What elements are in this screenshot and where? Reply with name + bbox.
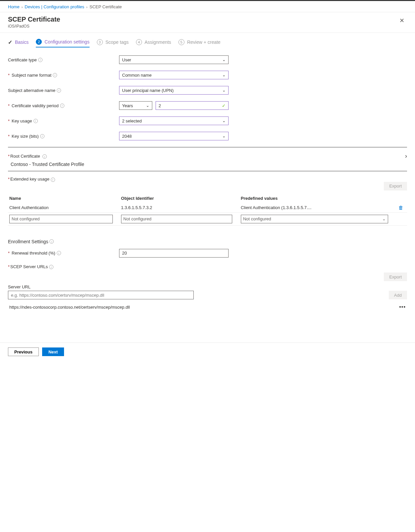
page-title: SCEP Certificate bbox=[8, 16, 60, 23]
chevron-down-icon: ⌄ bbox=[382, 216, 386, 221]
validity-period-label: *Certificate validity period i bbox=[8, 103, 119, 108]
certificate-type-select[interactable]: User ⌄ bbox=[119, 55, 229, 64]
step-basics[interactable]: ✓ Basics bbox=[8, 39, 29, 47]
eku-table: Name Object Identifier Predefined values… bbox=[8, 194, 407, 226]
chevron-down-icon: ⌄ bbox=[222, 118, 226, 123]
eku-label: *Extended key usage i bbox=[8, 177, 407, 182]
server-url-header: Server URL bbox=[8, 284, 382, 289]
root-certificate-picker[interactable]: *Root Certificate i › Contoso - Trusted … bbox=[8, 151, 407, 171]
previous-button[interactable]: Previous bbox=[8, 347, 39, 356]
san-label: Subject alternative name i bbox=[8, 88, 119, 93]
eku-export-button[interactable]: Export bbox=[384, 182, 407, 190]
page-subtitle: iOS/iPadOS bbox=[8, 24, 60, 29]
info-icon[interactable]: i bbox=[34, 119, 38, 123]
scep-urls-label: *SCEP Server URLs i bbox=[8, 264, 407, 269]
chevron-down-icon: ⌄ bbox=[222, 57, 226, 62]
enrollment-settings-header: Enrollment Settings i bbox=[8, 239, 407, 244]
subject-name-format-select[interactable]: Common name ⌄ bbox=[119, 71, 229, 79]
subject-name-format-label: *Subject name format i bbox=[8, 73, 119, 78]
server-url-input[interactable] bbox=[8, 291, 194, 299]
checkmark-icon: ✓ bbox=[8, 39, 12, 45]
info-icon[interactable]: i bbox=[53, 73, 57, 77]
renewal-threshold-label: *Renewal threshold (%) i bbox=[8, 251, 119, 256]
add-url-button[interactable]: Add bbox=[389, 291, 407, 299]
key-size-select[interactable]: 2048 ⌄ bbox=[119, 132, 229, 140]
eku-col-oid: Object Identifier bbox=[120, 194, 240, 203]
eku-name-input[interactable]: Not configured bbox=[9, 215, 113, 223]
breadcrumb-home[interactable]: Home bbox=[8, 4, 20, 9]
validity-value-input[interactable]: 2 ✓ bbox=[156, 101, 229, 110]
info-icon[interactable]: i bbox=[40, 134, 44, 138]
chevron-down-icon: ⌄ bbox=[222, 88, 226, 93]
wizard-footer: Previous Next bbox=[0, 342, 415, 361]
key-usage-label: *Key usage i bbox=[8, 118, 119, 123]
chevron-down-icon: ⌄ bbox=[146, 103, 149, 108]
info-icon[interactable]: i bbox=[60, 104, 64, 108]
root-certificate-value: Contoso - Trusted Certificate Profile bbox=[8, 160, 407, 168]
breadcrumb-current: SCEP Certificate bbox=[90, 4, 122, 9]
eku-oid-input[interactable]: Not configured bbox=[121, 215, 232, 223]
delete-icon[interactable]: 🗑 bbox=[398, 205, 403, 210]
info-icon[interactable]: i bbox=[42, 154, 47, 159]
step-review-create[interactable]: 5 Review + create bbox=[178, 39, 221, 47]
eku-new-row: Not configured Not configured Not config… bbox=[8, 212, 407, 225]
info-icon[interactable]: i bbox=[57, 88, 61, 93]
chevron-right-icon: › bbox=[22, 5, 23, 9]
server-url-row: https://ndes-contosocorp.contoso.net/cer… bbox=[8, 299, 407, 315]
eku-row: Client Authentication 1.3.6.1.5.5.7.3.2 … bbox=[8, 203, 407, 213]
validity-unit-select[interactable]: Years ⌄ bbox=[119, 101, 152, 110]
eku-col-name: Name bbox=[8, 194, 120, 203]
wizard-steps: ✓ Basics 2 Configuration settings 3 Scop… bbox=[8, 39, 407, 47]
chevron-down-icon: ⌄ bbox=[222, 73, 226, 77]
info-icon[interactable]: i bbox=[57, 251, 61, 255]
step-assignments[interactable]: 4 Assignments bbox=[136, 39, 171, 47]
chevron-down-icon: ⌄ bbox=[222, 134, 226, 138]
breadcrumb: Home › Devices | Configuration profiles … bbox=[0, 1, 415, 12]
root-certificate-label: *Root Certificate i bbox=[8, 154, 47, 159]
key-size-label: *Key size (bits) i bbox=[8, 134, 119, 139]
renewal-threshold-input[interactable]: 20 bbox=[119, 249, 229, 258]
eku-col-predefined: Predefined values bbox=[240, 194, 397, 203]
key-usage-select[interactable]: 2 selected ⌄ bbox=[119, 116, 229, 125]
breadcrumb-devices[interactable]: Devices | Configuration profiles bbox=[25, 4, 84, 9]
chevron-right-icon: › bbox=[405, 153, 407, 160]
certificate-type-label: Certificate type i bbox=[8, 57, 119, 62]
scep-export-button[interactable]: Export bbox=[384, 272, 407, 281]
step-scope-tags[interactable]: 3 Scope tags bbox=[97, 39, 129, 47]
more-icon[interactable]: ••• bbox=[399, 304, 406, 310]
info-icon[interactable]: i bbox=[49, 239, 54, 244]
san-select[interactable]: User principal name (UPN) ⌄ bbox=[119, 86, 229, 95]
chevron-right-icon: › bbox=[86, 5, 88, 9]
checkmark-icon: ✓ bbox=[222, 103, 226, 108]
eku-predefined-select[interactable]: Not configured⌄ bbox=[241, 215, 388, 223]
info-icon[interactable]: i bbox=[38, 58, 42, 62]
next-button[interactable]: Next bbox=[42, 347, 64, 356]
info-icon[interactable]: i bbox=[49, 265, 53, 269]
info-icon[interactable]: i bbox=[51, 178, 55, 182]
close-button[interactable]: ✕ bbox=[397, 16, 407, 26]
step-configuration-settings[interactable]: 2 Configuration settings bbox=[36, 39, 89, 47]
